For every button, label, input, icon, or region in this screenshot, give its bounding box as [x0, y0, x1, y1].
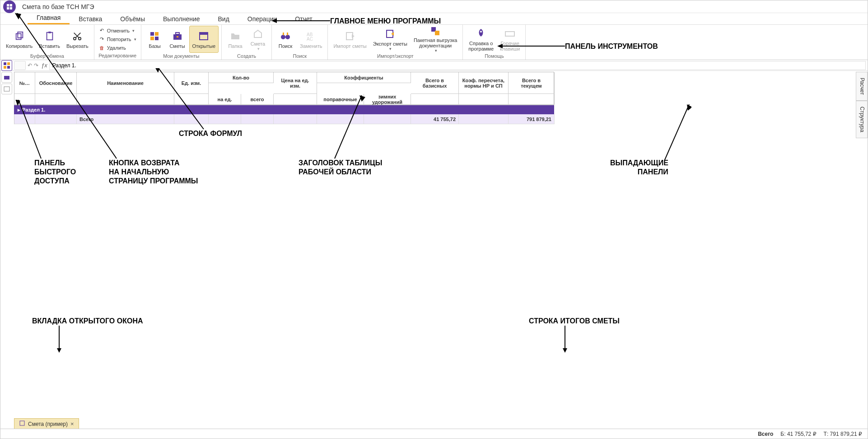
svg-rect-31: [4, 62, 6, 65]
bases-button[interactable]: Базы: [144, 26, 166, 53]
fx-icon[interactable]: ƒx: [41, 62, 47, 69]
chevron-right-icon: ▸: [18, 107, 20, 113]
binoculars-icon: [279, 30, 292, 42]
menu-execution[interactable]: Выполнение: [154, 14, 209, 24]
chevron-down-icon: ▾: [134, 37, 136, 42]
th-price: Цена на ед. изм.: [274, 72, 317, 94]
grid-icon: [6, 3, 13, 10]
formula-cell-ref[interactable]: [14, 61, 26, 70]
svg-text:AC: AC: [307, 37, 313, 42]
section-row[interactable]: ▸ Раздел 1.: [14, 105, 554, 114]
window-icon: [197, 30, 210, 42]
ribbon-group-search: Поиск ABACЗаменить Поиск: [272, 25, 328, 60]
ribbon-group-create: Папка Смета▾ Создать: [222, 25, 272, 60]
svg-rect-36: [4, 87, 9, 91]
th-num: №…: [14, 72, 35, 94]
redo-button[interactable]: ↷Повторить▾: [97, 35, 138, 43]
menu-operations[interactable]: Операции: [238, 14, 286, 24]
menu-view[interactable]: Вид: [209, 14, 238, 24]
chevron-down-icon: ▾: [132, 28, 135, 33]
folder-button[interactable]: Папка: [224, 26, 246, 53]
quick-item-3[interactable]: [1, 84, 12, 94]
ribbon-group-impexp: Импорт сметы Экспорт сметы▾ Пакетная выг…: [328, 25, 463, 60]
total-base: 41 755,72: [411, 114, 459, 124]
ribbon-group-mydocs: Базы Сметы Открытые Мои документы: [141, 25, 222, 60]
th-coeff-adj: поправочные: [317, 94, 364, 105]
svg-rect-1: [10, 4, 12, 6]
quick-item-1[interactable]: [1, 60, 12, 71]
menu-volumes[interactable]: Объёмы: [111, 14, 154, 24]
svg-rect-16: [177, 36, 178, 37]
find-button[interactable]: Поиск: [275, 26, 296, 53]
home-button[interactable]: [3, 0, 16, 13]
undo-small-icon[interactable]: ↶: [28, 62, 32, 69]
svg-rect-34: [7, 66, 10, 69]
formula-input[interactable]: [49, 61, 866, 70]
batch-export-button[interactable]: Пакетная выгрузка документации▾: [411, 26, 460, 53]
trash-icon: 🗑: [99, 45, 105, 51]
svg-rect-0: [7, 4, 9, 6]
svg-rect-13: [155, 37, 159, 40]
hotkeys-button[interactable]: Горячие клавиши: [497, 26, 523, 53]
menu-report[interactable]: Отчет: [286, 14, 321, 24]
svg-rect-10: [150, 32, 154, 36]
import-icon: [344, 30, 356, 42]
keyboard-icon: [504, 27, 516, 40]
redo-small-icon[interactable]: ↷: [34, 62, 38, 69]
svg-rect-12: [150, 37, 154, 40]
svg-rect-2: [7, 7, 9, 9]
cut-button[interactable]: Вырезать: [64, 26, 91, 53]
ribbon-group-edit: ↶Отменить▾ ↷Повторить▾ 🗑Удалить Редактир…: [94, 25, 141, 60]
svg-rect-4: [16, 33, 21, 39]
about-button[interactable]: Справка о программе: [466, 26, 496, 53]
close-icon[interactable]: ×: [70, 420, 74, 427]
menu-insert[interactable]: Вставка: [70, 14, 111, 24]
th-basis: Обоснование: [35, 72, 77, 94]
new-estimate-button[interactable]: Смета▾: [247, 26, 269, 53]
svg-rect-5: [18, 32, 23, 38]
doc-icon: [19, 420, 25, 428]
svg-rect-33: [4, 66, 6, 69]
side-tab-calc[interactable]: Расчет: [856, 72, 868, 101]
total-row: Всего 41 755,72 791 879,21: [14, 114, 554, 124]
replace-button[interactable]: ABACЗаменить: [297, 26, 325, 53]
toolbar-ribbon: Копировать Вставить Вырезать Буфер обмен…: [0, 25, 868, 60]
worksheet-area: №… Обоснование Наименование Ед. изм. Кол…: [14, 72, 855, 427]
undo-button[interactable]: ↶Отменить▾: [97, 27, 138, 35]
th-qty-total: всего: [241, 94, 274, 105]
paste-button[interactable]: Вставить: [36, 26, 63, 53]
building-icon: [252, 28, 264, 40]
formula-bar: ↶ ↷ ƒx: [0, 60, 868, 71]
chevron-down-icon: ▾: [257, 47, 260, 51]
menu-main[interactable]: Главная: [28, 12, 70, 24]
svg-rect-18: [200, 33, 208, 35]
import-button[interactable]: Импорт сметы: [331, 26, 369, 53]
side-tab-structure[interactable]: Структура: [856, 101, 868, 138]
briefcase-icon: [171, 30, 184, 42]
status-base: Б: 41 755,72 ₽: [780, 431, 816, 437]
svg-rect-6: [47, 33, 52, 40]
status-cur: Т: 791 879,21 ₽: [824, 431, 862, 437]
estimates-button[interactable]: Сметы: [167, 26, 188, 53]
copy-button[interactable]: Копировать: [3, 26, 35, 53]
svg-rect-3: [10, 7, 12, 9]
export-button[interactable]: Экспорт сметы▾: [370, 26, 410, 53]
delete-button[interactable]: 🗑Удалить: [97, 44, 138, 52]
export-icon: [384, 28, 397, 40]
document-tabs: Смета (пример) ×: [14, 419, 79, 430]
th-unit: Ед. изм.: [174, 72, 209, 94]
folder-icon: [229, 30, 242, 42]
th-total-base: Всего в базисных: [411, 72, 459, 94]
svg-point-20: [285, 35, 290, 39]
svg-rect-28: [435, 31, 439, 35]
window-title: Смета по базе ТСН МГЭ: [22, 3, 94, 10]
open-button[interactable]: Открытые: [189, 26, 219, 53]
redo-icon: ↷: [99, 36, 105, 42]
chevron-down-icon: ▾: [435, 48, 437, 53]
th-recalc: Коэф. пересчета, нормы НР и СП: [459, 72, 509, 94]
svg-rect-15: [176, 33, 179, 34]
svg-rect-35: [4, 76, 9, 79]
quick-item-2[interactable]: [1, 72, 12, 83]
svg-rect-37: [20, 421, 24, 425]
doc-tab-current[interactable]: Смета (пример) ×: [14, 418, 79, 430]
